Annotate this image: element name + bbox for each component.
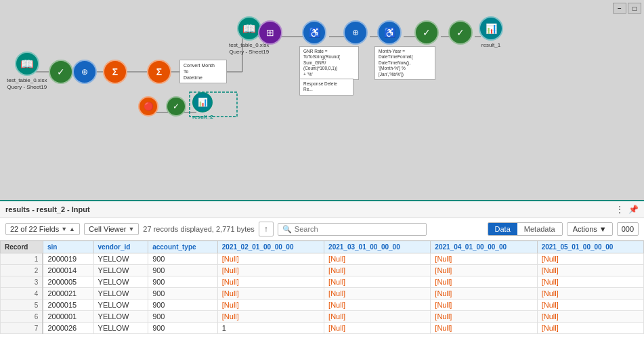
cell-2021-02: [Null] [217, 311, 324, 323]
cell-2021-02: [Null] [217, 300, 324, 311]
node-blue-plus[interactable]: ⊕ [343, 20, 368, 45]
cell-viewer-label: Cell Viewer [89, 225, 126, 233]
node-purple-1[interactable]: ⊞ [258, 20, 282, 45]
cell-2021-04: [Null] [431, 265, 537, 276]
fields-label: 22 of 22 Fields [10, 225, 59, 233]
cell-2021-05: [Null] [537, 323, 643, 334]
cell-2021-03: [Null] [324, 276, 431, 288]
cell-record: 6 [1, 311, 43, 323]
cell-2021-04: [Null] [431, 253, 537, 265]
cell-sin: 2000001 [43, 311, 93, 323]
cell-sin: 2000014 [43, 265, 93, 276]
actions-button[interactable]: Actions ▼ [567, 222, 613, 236]
table-row: 22000014YELLOW900[Null][Null][Null][Null… [1, 265, 644, 276]
node-green-check-2[interactable]: ✓ [414, 20, 439, 45]
cell-sin: 2000015 [43, 300, 93, 311]
col-header-2021-03: 2021_03_01_00_00_00 [324, 241, 431, 253]
actions-label: Actions [573, 225, 597, 233]
node-orange-2[interactable]: 🔴 [138, 96, 158, 117]
data-table-container: Record sin vendor_id account_type 2021_0… [0, 241, 644, 351]
cell-2021-03: [Null] [324, 253, 431, 265]
panel-options-icon[interactable]: ⋮ [615, 204, 624, 215]
node-check-result2[interactable]: ✓ [166, 96, 186, 117]
node-test-table-left[interactable]: 📖 test_table_0.xlsxQuery - Sheet19 [7, 51, 47, 90]
maximize-button[interactable]: □ [628, 3, 641, 14]
cell-sin: 2000019 [43, 253, 93, 265]
node-green-check-1[interactable]: ✓ [49, 60, 73, 84]
fields-selector[interactable]: 22 of 22 Fields ▼ ▲ [5, 223, 80, 235]
col-header-record: Record [1, 241, 43, 253]
table-row: 62000001YELLOW900[Null][Null][Null][Null… [1, 311, 644, 323]
cell-2021-04: [Null] [431, 323, 537, 334]
cell-vendor-id: YELLOW [93, 311, 148, 323]
cell-account-type: 900 [148, 265, 218, 276]
cell-record: 4 [1, 288, 43, 300]
node-month-year[interactable]: Month-Year =DateTimeFormat(DateTimeNow()… [374, 46, 435, 80]
node-response-delete[interactable]: Response DeleteRe... [299, 79, 353, 96]
bottom-panel: results - result_2 - Input ⋮ 📌 22 of 22 … [0, 200, 644, 351]
table-row: 72000026YELLOW9001[Null][Null][Null] [1, 323, 644, 334]
cell-viewer-selector[interactable]: Cell Viewer ▼ [84, 223, 139, 235]
cell-2021-02: [Null] [217, 276, 324, 288]
node-green-check-3[interactable]: ✓ [448, 20, 473, 45]
node-result-1[interactable]: 📊 result_1 [479, 16, 503, 49]
cell-2021-04: [Null] [431, 311, 537, 323]
col-header-sin: sin [43, 241, 93, 253]
table-row: 52000015YELLOW900[Null][Null][Null][Null… [1, 300, 644, 311]
minimize-button[interactable]: − [613, 3, 626, 14]
table-row: 32000005YELLOW900[Null][Null][Null][Null… [1, 276, 644, 288]
cell-2021-03: [Null] [324, 323, 431, 334]
cell-account-type: 900 [148, 311, 218, 323]
window-controls: − □ [613, 3, 641, 14]
cell-2021-02: [Null] [217, 253, 324, 265]
cell-2021-03: [Null] [324, 300, 431, 311]
col-header-vendor-id: vendor_id [93, 241, 148, 253]
panel-pin-icon[interactable]: 📌 [628, 205, 639, 214]
cell-account-type: 900 [148, 323, 218, 334]
cell-sin: 2000026 [43, 323, 93, 334]
cell-vendor-id: YELLOW [93, 276, 148, 288]
cell-record: 1 [1, 253, 43, 265]
col-header-2021-02: 2021_02_01_00_00_00 [217, 241, 324, 253]
node-blue-1[interactable]: ⊕ [72, 60, 97, 84]
cell-2021-05: [Null] [537, 300, 643, 311]
cell-2021-05: [Null] [537, 265, 643, 276]
cell-account-type: 900 [148, 253, 218, 265]
node-accessibility-2[interactable]: ♿ [377, 20, 402, 45]
cell-2021-03: [Null] [324, 265, 431, 276]
panel-title: results - result_2 - Input [5, 205, 90, 213]
cell-vendor-id: YELLOW [93, 323, 148, 334]
cell-vendor-id: YELLOW [93, 300, 148, 311]
cell-sin: 2000005 [43, 276, 93, 288]
actions-arrow: ▼ [599, 225, 607, 233]
cell-2021-03: [Null] [324, 311, 431, 323]
extra-options-button[interactable]: 000 [617, 222, 639, 236]
cell-2021-05: [Null] [537, 311, 643, 323]
cell-record: 7 [1, 323, 43, 334]
records-info: 27 records displayed, 2,771 bytes [143, 225, 255, 233]
tab-group: Data Metadata [488, 222, 563, 236]
cell-2021-05: [Null] [537, 288, 643, 300]
cell-2021-05: [Null] [537, 276, 643, 288]
sort-ascending-button[interactable]: ↑ [259, 222, 274, 236]
cell-account-type: 900 [148, 300, 218, 311]
node-result-2[interactable]: 📊 result_2 [192, 92, 213, 121]
node-gnr-rate[interactable]: GNR Rate =ToToString(Round(Sum_GNR/(Coun… [299, 46, 359, 80]
node-convert-month[interactable]: Convert MonthToDatetime [179, 60, 227, 83]
cell-record: 5 [1, 300, 43, 311]
tab-data[interactable]: Data [488, 223, 517, 235]
col-header-2021-05: 2021_05_01_00_00_00 [537, 241, 643, 253]
tab-metadata[interactable]: Metadata [517, 223, 562, 235]
cell-viewer-arrow: ▼ [128, 226, 134, 232]
node-sigma-1[interactable]: Σ [103, 60, 127, 84]
cell-2021-04: [Null] [431, 300, 537, 311]
cell-vendor-id: YELLOW [93, 265, 148, 276]
cell-2021-02: [Null] [217, 265, 324, 276]
data-table: Record sin vendor_id account_type 2021_0… [0, 241, 644, 334]
cell-2021-04: [Null] [431, 276, 537, 288]
cell-record: 3 [1, 276, 43, 288]
panel-header: results - result_2 - Input ⋮ 📌 [0, 201, 644, 218]
node-accessibility-1[interactable]: ♿ [302, 20, 326, 45]
search-input[interactable] [295, 225, 422, 233]
node-sigma-2[interactable]: Σ [147, 60, 171, 84]
